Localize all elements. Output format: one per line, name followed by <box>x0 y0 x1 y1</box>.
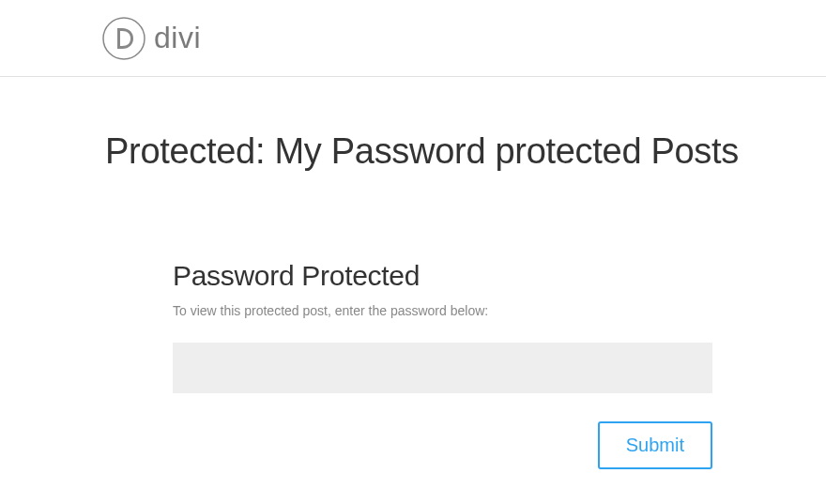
submit-row: Submit <box>173 421 712 469</box>
svg-point-0 <box>103 18 145 59</box>
password-form: Password Protected To view this protecte… <box>173 260 715 469</box>
main-container: Protected: My Password protected Posts P… <box>0 77 826 469</box>
brand-logo[interactable]: divi <box>101 16 201 61</box>
form-instruction: To view this protected post, enter the p… <box>173 303 715 318</box>
form-heading: Password Protected <box>173 260 715 292</box>
password-input[interactable] <box>173 343 712 393</box>
site-header: divi <box>0 0 826 77</box>
page-title: Protected: My Password protected Posts <box>105 131 826 172</box>
brand-name: divi <box>154 21 201 55</box>
divi-logo-icon <box>101 16 146 61</box>
submit-button[interactable]: Submit <box>598 421 712 469</box>
